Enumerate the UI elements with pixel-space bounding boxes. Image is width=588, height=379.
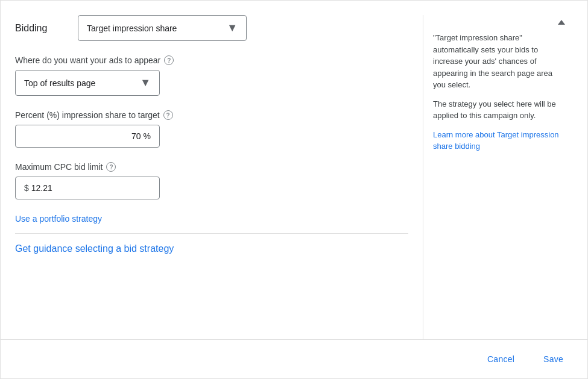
sidebar-description-1: "Target impression share" automatically … <box>433 32 565 91</box>
placement-dropdown-value: Top of results page <box>24 78 95 88</box>
learn-more-link[interactable]: Learn more about Target impression share… <box>433 130 559 151</box>
cpc-limit-input[interactable] <box>31 183 151 193</box>
divider <box>15 233 408 234</box>
placement-label: Where do you want your ads to appear <box>15 55 160 65</box>
guidance-link[interactable]: Get guidance selecting a bid strategy <box>15 243 408 254</box>
sidebar-description-2: The strategy you select here will be app… <box>433 98 565 122</box>
footer: Cancel Save <box>1 339 587 378</box>
bidding-label: Bidding <box>15 23 63 34</box>
collapse-icon[interactable] <box>558 20 565 25</box>
impression-share-input[interactable] <box>15 125 160 148</box>
impression-share-help-icon[interactable]: ? <box>163 110 173 120</box>
placement-dropdown-arrow-icon: ▼ <box>140 77 151 89</box>
cpc-limit-help-icon[interactable]: ? <box>106 162 116 172</box>
portfolio-strategy-link[interactable]: Use a portfolio strategy <box>15 214 408 224</box>
cancel-button[interactable]: Cancel <box>478 349 524 369</box>
save-button[interactable]: Save <box>534 349 573 369</box>
currency-symbol: $ <box>24 183 29 193</box>
impression-share-label: Percent (%) impression share to target <box>15 110 160 120</box>
info-sidebar: "Target impression share" automatically … <box>423 15 580 339</box>
cpc-limit-label: Maximum CPC bid limit <box>15 162 103 172</box>
strategy-dropdown-arrow-icon: ▼ <box>227 22 238 34</box>
strategy-dropdown-value: Target impression share <box>87 23 177 33</box>
placement-dropdown[interactable]: Top of results page ▼ <box>15 70 160 96</box>
strategy-dropdown[interactable]: Target impression share ▼ <box>78 15 247 41</box>
placement-help-icon[interactable]: ? <box>164 55 174 65</box>
cpc-input-wrapper: $ <box>15 177 160 199</box>
